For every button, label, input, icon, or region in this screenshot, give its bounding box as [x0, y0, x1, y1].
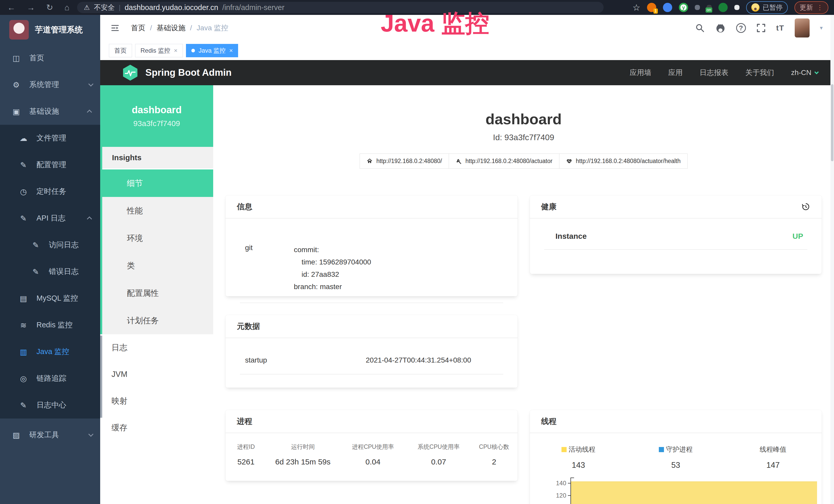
- actuator-url-button[interactable]: http://192.168.0.2:48080/actuator: [449, 154, 559, 169]
- service-url: http://192.168.0.2:48080/: [376, 158, 442, 165]
- sidebar-item-label: 访问日志: [49, 240, 79, 250]
- menu-item-caches[interactable]: 缓存: [100, 414, 213, 441]
- annotation-overlay: Java 监控: [381, 7, 489, 40]
- breadcrumb-current: Java 监控: [197, 23, 228, 33]
- home-icon[interactable]: ⌂: [64, 3, 69, 12]
- sidebar-item-config[interactable]: ✎ 配置管理: [0, 152, 100, 178]
- tab-java-monitor[interactable]: Java 监控 ×: [186, 44, 238, 57]
- chevron-down-icon: [814, 70, 819, 74]
- sidebar-item-access-log[interactable]: ✎ 访问日志: [0, 232, 100, 258]
- search-icon[interactable]: [695, 23, 705, 33]
- sba-language-select[interactable]: zh-CN: [791, 69, 817, 77]
- health-url-button[interactable]: http://192.168.0.2:48080/actuator/health: [559, 154, 687, 169]
- y-axis-cap: [570, 478, 574, 478]
- sidebar-item-api-log[interactable]: ✎ API 日志: [0, 205, 100, 232]
- sidebar-item-log-center[interactable]: ✎ 日志中心: [0, 392, 100, 418]
- user-avatar[interactable]: [795, 19, 810, 38]
- fullscreen-icon[interactable]: [756, 23, 766, 33]
- leaf-extension-icon[interactable]: [719, 3, 728, 12]
- menu-item-logs[interactable]: 日志: [100, 334, 213, 361]
- sba-link-about[interactable]: 关于我们: [745, 68, 774, 77]
- sidebar-item-system[interactable]: ⚙ 系统管理: [0, 71, 100, 98]
- metadata-card-header: 元数据: [225, 315, 518, 338]
- chevron-up-icon: [87, 110, 92, 115]
- update-button[interactable]: 更新 ⋮: [794, 1, 828, 14]
- sidebar-item-error-log[interactable]: ✎ 错误日志: [0, 258, 100, 285]
- sidebar-item-dev-tools[interactable]: ▨ 研发工具: [0, 421, 100, 448]
- hamburger-icon[interactable]: [110, 24, 120, 32]
- sba-brand[interactable]: Spring Boot Admin: [122, 64, 232, 81]
- git-branch-line: branch: master: [294, 281, 371, 293]
- user-menu-caret-icon[interactable]: ▾: [820, 25, 823, 31]
- menu-item-environment[interactable]: 环境: [102, 224, 213, 252]
- sidebar-item-label: 研发工具: [29, 430, 59, 440]
- threads-card: 线程 活动线程 143: [530, 410, 822, 504]
- sidebar-item-java-monitor[interactable]: ▥ Java 监控: [0, 338, 100, 365]
- forward-icon[interactable]: →: [27, 3, 35, 12]
- card-title: 线程: [541, 416, 556, 427]
- menu-item-scheduled-tasks[interactable]: 计划任务: [102, 307, 213, 334]
- sidebar-item-tracing[interactable]: ◎ 链路追踪: [0, 365, 100, 392]
- y-extension-icon[interactable]: y: [679, 3, 688, 12]
- list-extension-icon[interactable]: on: [707, 5, 712, 10]
- sidebar-item-infra[interactable]: ▣ 基础设施: [0, 98, 100, 125]
- sidebar-scrollbar[interactable]: [100, 336, 102, 418]
- paused-profile-chip[interactable]: 已暂停: [746, 1, 788, 14]
- menu-item-jvm[interactable]: JVM: [100, 361, 213, 388]
- breadcrumb-home[interactable]: 首页: [131, 23, 146, 33]
- sba-link-applications[interactable]: 应用: [668, 68, 683, 77]
- sidebar-item-files[interactable]: ☁ 文件管理: [0, 125, 100, 152]
- scrollbar-thumb[interactable]: [831, 84, 833, 161]
- puzzle-extension-icon[interactable]: [734, 5, 740, 10]
- sidebar-item-label: 链路追踪: [37, 373, 66, 384]
- edit-icon: ✎: [18, 160, 29, 169]
- sba-link-journal[interactable]: 日志报表: [700, 68, 728, 77]
- github-icon[interactable]: [715, 23, 726, 33]
- sba-nav-links: 应用墙 应用 日志报表 关于我们 zh-CN: [630, 68, 817, 77]
- extension-icon[interactable]: 1: [647, 3, 656, 12]
- live-threads-value: 143: [530, 461, 627, 470]
- menu-item-classes[interactable]: 类: [102, 252, 213, 279]
- sidebar-item-home[interactable]: ◫ 首页: [0, 45, 100, 71]
- browser-menu-icon[interactable]: ⋮: [816, 4, 823, 12]
- sidebar-item-label: 系统管理: [29, 79, 59, 90]
- font-size-icon[interactable]: tT: [776, 24, 785, 32]
- sidebar-item-label: Java 监控: [37, 347, 69, 357]
- sidebar-item-jobs[interactable]: ◷ 定时任务: [0, 178, 100, 205]
- app-logo-row[interactable]: 芋道管理系统: [0, 15, 100, 45]
- info-key: git: [245, 244, 294, 293]
- history-icon[interactable]: [801, 202, 810, 211]
- sba-link-wallboard[interactable]: 应用墙: [630, 68, 651, 77]
- sidebar-item-redis[interactable]: ≋ Redis 监控: [0, 312, 100, 338]
- card-title: 进程: [237, 416, 252, 427]
- peak-threads-value: 147: [724, 461, 822, 470]
- page-scrollbar[interactable]: [830, 15, 834, 504]
- tab-redis-monitor[interactable]: Redis 监控 ×: [135, 44, 183, 57]
- tab-home[interactable]: 首页: [109, 44, 132, 57]
- sidebar-item-label: 错误日志: [49, 267, 79, 277]
- address-bar[interactable]: ⚠ 不安全 | dashboard.yudao.iocoder.cn /infr…: [77, 2, 603, 13]
- sidebar-item-mysql[interactable]: ▤ MySQL 监控: [0, 285, 100, 312]
- back-icon[interactable]: ←: [7, 3, 16, 12]
- menu-item-mappings[interactable]: 映射: [100, 388, 213, 414]
- reload-icon[interactable]: ↻: [46, 3, 53, 12]
- menu-item-config-props[interactable]: 配置属性: [102, 279, 213, 307]
- instance-header: dashboard 93a3fc7f7409: [100, 85, 213, 147]
- threads-card-header: 线程: [530, 410, 822, 433]
- close-icon[interactable]: ×: [174, 47, 177, 54]
- help-icon[interactable]: ?: [736, 23, 746, 33]
- service-url-button[interactable]: http://192.168.0.2:48080/: [359, 154, 449, 169]
- cloud-icon: ☁: [18, 134, 29, 143]
- close-icon[interactable]: ×: [229, 47, 233, 54]
- heartbeat-icon: [566, 158, 572, 164]
- pin-extension-icon[interactable]: [663, 3, 672, 12]
- menu-item-metrics[interactable]: 性能: [102, 197, 213, 224]
- log-icon: ✎: [18, 214, 29, 223]
- menu-item-details[interactable]: 细节: [102, 169, 213, 197]
- breadcrumb-section[interactable]: 基础设施: [157, 23, 185, 33]
- legend-label: 线程峰值: [760, 445, 787, 454]
- chevron-down-icon: [88, 82, 93, 87]
- grid-extension-icon[interactable]: [695, 5, 700, 10]
- instance-sidebar: dashboard 93a3fc7f7409 Insights 细节 性能 环境…: [100, 85, 213, 504]
- bookmark-star-icon[interactable]: ☆: [633, 2, 640, 13]
